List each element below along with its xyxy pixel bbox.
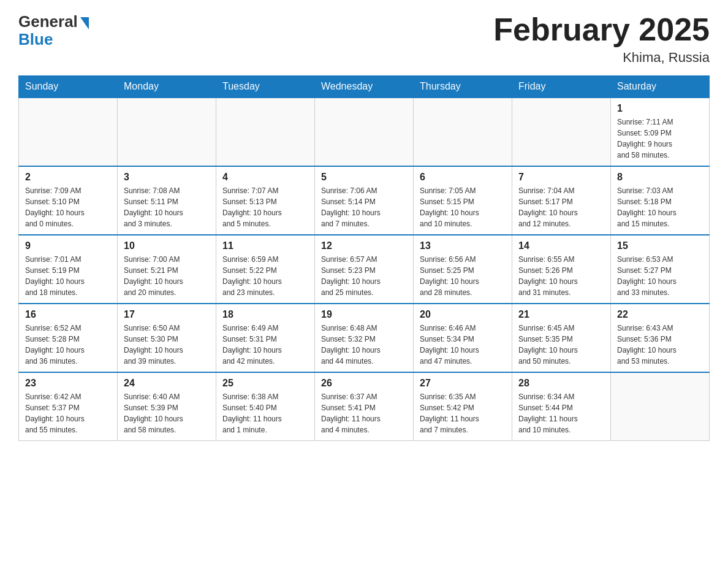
day-number: 14 <box>518 240 604 251</box>
day-info: Sunrise: 6:49 AMSunset: 5:31 PMDaylight:… <box>222 323 308 367</box>
calendar-week-row: 1Sunrise: 7:11 AMSunset: 5:09 PMDaylight… <box>19 98 710 166</box>
day-number: 23 <box>25 378 111 389</box>
day-number: 1 <box>617 103 703 114</box>
col-wednesday: Wednesday <box>315 76 414 98</box>
day-number: 17 <box>124 309 210 320</box>
col-friday: Friday <box>512 76 611 98</box>
day-number: 11 <box>222 240 308 251</box>
table-row: 3Sunrise: 7:08 AMSunset: 5:11 PMDaylight… <box>118 166 216 235</box>
table-row: 21Sunrise: 6:45 AMSunset: 5:35 PMDayligh… <box>512 304 611 372</box>
day-info: Sunrise: 6:40 AMSunset: 5:39 PMDaylight:… <box>124 391 210 435</box>
table-row: 22Sunrise: 6:43 AMSunset: 5:36 PMDayligh… <box>611 304 710 372</box>
day-number: 25 <box>222 378 308 389</box>
table-row: 16Sunrise: 6:52 AMSunset: 5:28 PMDayligh… <box>19 304 118 372</box>
day-info: Sunrise: 6:37 AMSunset: 5:41 PMDaylight:… <box>321 391 407 435</box>
table-row <box>512 98 611 166</box>
col-tuesday: Tuesday <box>216 76 315 98</box>
table-row <box>315 98 414 166</box>
day-info: Sunrise: 6:38 AMSunset: 5:40 PMDaylight:… <box>222 391 308 435</box>
table-row: 8Sunrise: 7:03 AMSunset: 5:18 PMDaylight… <box>611 166 710 235</box>
table-row: 20Sunrise: 6:46 AMSunset: 5:34 PMDayligh… <box>414 304 512 372</box>
day-info: Sunrise: 7:03 AMSunset: 5:18 PMDaylight:… <box>617 185 703 229</box>
day-number: 18 <box>222 309 308 320</box>
day-info: Sunrise: 7:08 AMSunset: 5:11 PMDaylight:… <box>124 185 210 229</box>
day-info: Sunrise: 6:43 AMSunset: 5:36 PMDaylight:… <box>617 323 703 367</box>
calendar-week-row: 16Sunrise: 6:52 AMSunset: 5:28 PMDayligh… <box>19 304 710 372</box>
day-info: Sunrise: 7:05 AMSunset: 5:15 PMDaylight:… <box>420 185 506 229</box>
calendar-week-row: 23Sunrise: 6:42 AMSunset: 5:37 PMDayligh… <box>19 372 710 441</box>
table-row <box>118 98 216 166</box>
calendar-table: Sunday Monday Tuesday Wednesday Thursday… <box>18 75 710 441</box>
calendar-week-row: 9Sunrise: 7:01 AMSunset: 5:19 PMDaylight… <box>19 235 710 304</box>
day-info: Sunrise: 6:56 AMSunset: 5:25 PMDaylight:… <box>420 254 506 298</box>
day-number: 26 <box>321 378 407 389</box>
table-row <box>19 98 118 166</box>
day-number: 21 <box>518 309 604 320</box>
day-number: 22 <box>617 309 703 320</box>
day-number: 13 <box>420 240 506 251</box>
day-info: Sunrise: 7:04 AMSunset: 5:17 PMDaylight:… <box>518 185 604 229</box>
table-row <box>216 98 315 166</box>
day-number: 10 <box>124 240 210 251</box>
table-row: 6Sunrise: 7:05 AMSunset: 5:15 PMDaylight… <box>414 166 512 235</box>
day-number: 24 <box>124 378 210 389</box>
table-row: 9Sunrise: 7:01 AMSunset: 5:19 PMDaylight… <box>19 235 118 304</box>
day-info: Sunrise: 7:00 AMSunset: 5:21 PMDaylight:… <box>124 254 210 298</box>
table-row: 28Sunrise: 6:34 AMSunset: 5:44 PMDayligh… <box>512 372 611 441</box>
table-row: 11Sunrise: 6:59 AMSunset: 5:22 PMDayligh… <box>216 235 315 304</box>
table-row: 26Sunrise: 6:37 AMSunset: 5:41 PMDayligh… <box>315 372 414 441</box>
logo: General Blue <box>18 12 89 49</box>
day-info: Sunrise: 7:11 AMSunset: 5:09 PMDaylight:… <box>617 117 703 161</box>
day-number: 12 <box>321 240 407 251</box>
day-info: Sunrise: 6:42 AMSunset: 5:37 PMDaylight:… <box>25 391 111 435</box>
day-info: Sunrise: 6:50 AMSunset: 5:30 PMDaylight:… <box>124 323 210 367</box>
month-title: February 2025 <box>493 12 710 47</box>
day-info: Sunrise: 6:52 AMSunset: 5:28 PMDaylight:… <box>25 323 111 367</box>
day-number: 4 <box>222 172 308 183</box>
table-row: 2Sunrise: 7:09 AMSunset: 5:10 PMDaylight… <box>19 166 118 235</box>
day-info: Sunrise: 7:01 AMSunset: 5:19 PMDaylight:… <box>25 254 111 298</box>
table-row <box>414 98 512 166</box>
day-number: 19 <box>321 309 407 320</box>
day-number: 16 <box>25 309 111 320</box>
table-row: 12Sunrise: 6:57 AMSunset: 5:23 PMDayligh… <box>315 235 414 304</box>
table-row: 19Sunrise: 6:48 AMSunset: 5:32 PMDayligh… <box>315 304 414 372</box>
day-number: 8 <box>617 172 703 183</box>
logo-triangle-icon <box>80 17 89 29</box>
table-row: 18Sunrise: 6:49 AMSunset: 5:31 PMDayligh… <box>216 304 315 372</box>
day-info: Sunrise: 6:59 AMSunset: 5:22 PMDaylight:… <box>222 254 308 298</box>
logo-general-text: General <box>18 12 78 31</box>
day-number: 15 <box>617 240 703 251</box>
calendar-week-row: 2Sunrise: 7:09 AMSunset: 5:10 PMDaylight… <box>19 166 710 235</box>
day-number: 9 <box>25 240 111 251</box>
table-row: 24Sunrise: 6:40 AMSunset: 5:39 PMDayligh… <box>118 372 216 441</box>
table-row: 4Sunrise: 7:07 AMSunset: 5:13 PMDaylight… <box>216 166 315 235</box>
day-number: 6 <box>420 172 506 183</box>
day-number: 2 <box>25 172 111 183</box>
day-info: Sunrise: 6:57 AMSunset: 5:23 PMDaylight:… <box>321 254 407 298</box>
page-header: General Blue February 2025 Khima, Russia <box>18 12 710 66</box>
col-saturday: Saturday <box>611 76 710 98</box>
table-row: 7Sunrise: 7:04 AMSunset: 5:17 PMDaylight… <box>512 166 611 235</box>
day-info: Sunrise: 6:46 AMSunset: 5:34 PMDaylight:… <box>420 323 506 367</box>
col-monday: Monday <box>118 76 216 98</box>
day-number: 28 <box>518 378 604 389</box>
table-row: 5Sunrise: 7:06 AMSunset: 5:14 PMDaylight… <box>315 166 414 235</box>
day-info: Sunrise: 6:48 AMSunset: 5:32 PMDaylight:… <box>321 323 407 367</box>
day-info: Sunrise: 6:55 AMSunset: 5:26 PMDaylight:… <box>518 254 604 298</box>
table-row: 1Sunrise: 7:11 AMSunset: 5:09 PMDaylight… <box>611 98 710 166</box>
table-row: 15Sunrise: 6:53 AMSunset: 5:27 PMDayligh… <box>611 235 710 304</box>
table-row <box>611 372 710 441</box>
logo-blue-text: Blue <box>18 30 53 49</box>
day-info: Sunrise: 6:53 AMSunset: 5:27 PMDaylight:… <box>617 254 703 298</box>
day-info: Sunrise: 7:07 AMSunset: 5:13 PMDaylight:… <box>222 185 308 229</box>
table-row: 27Sunrise: 6:35 AMSunset: 5:42 PMDayligh… <box>414 372 512 441</box>
day-number: 27 <box>420 378 506 389</box>
col-sunday: Sunday <box>19 76 118 98</box>
table-row: 10Sunrise: 7:00 AMSunset: 5:21 PMDayligh… <box>118 235 216 304</box>
day-info: Sunrise: 7:09 AMSunset: 5:10 PMDaylight:… <box>25 185 111 229</box>
day-info: Sunrise: 6:45 AMSunset: 5:35 PMDaylight:… <box>518 323 604 367</box>
table-row: 14Sunrise: 6:55 AMSunset: 5:26 PMDayligh… <box>512 235 611 304</box>
day-info: Sunrise: 6:35 AMSunset: 5:42 PMDaylight:… <box>420 391 506 435</box>
day-number: 7 <box>518 172 604 183</box>
